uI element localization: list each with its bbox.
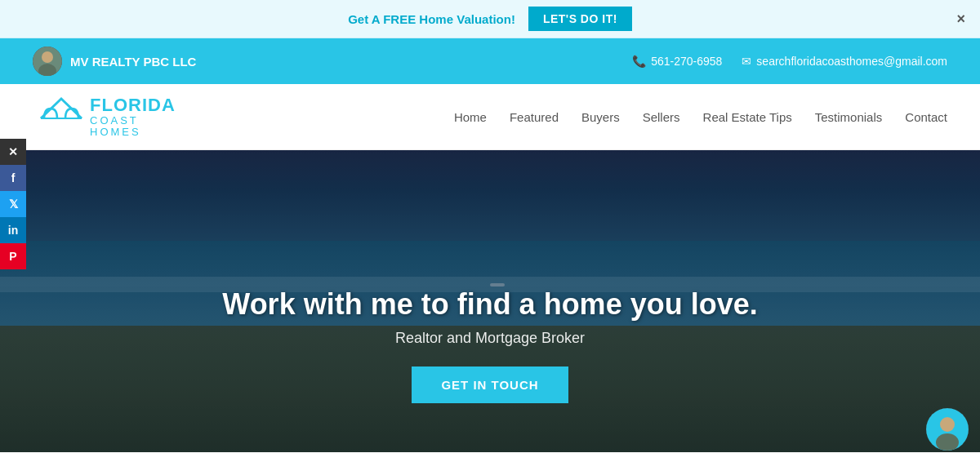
brand-info: MV REALTY PBC LLC — [33, 47, 196, 76]
email-item: ✉ searchfloridacoasthomes@gmail.com — [742, 55, 947, 68]
hero-subheading: Realtor and Mortgage Broker — [204, 330, 776, 347]
svg-point-5 — [940, 417, 955, 432]
contact-bar: MV REALTY PBC LLC 📞 561-270-6958 ✉ searc… — [0, 38, 980, 84]
logo-florida: FLORIDA — [90, 96, 176, 115]
email-icon: ✉ — [742, 55, 751, 68]
nav-contact[interactable]: Contact — [905, 110, 947, 124]
hero-section: Work with me to find a home you love. Re… — [0, 150, 980, 452]
hero-heading: Work with me to find a home you love. — [204, 287, 776, 322]
chat-bubble[interactable] — [926, 408, 969, 451]
svg-point-6 — [936, 433, 959, 451]
nav-bar: FLORIDA COAST HOMES Home Featured Buyers… — [0, 84, 980, 150]
social-sidebar: ✕ f 𝕏 in P — [0, 139, 26, 269]
logo[interactable]: FLORIDA COAST HOMES — [33, 92, 176, 141]
lets-do-it-button[interactable]: LET'S DO IT! — [528, 7, 632, 31]
svg-point-1 — [42, 51, 53, 63]
phone-icon: 📞 — [632, 55, 646, 68]
get-in-touch-button[interactable]: GET IN TOUCH — [412, 366, 568, 403]
logo-homes: HOMES — [90, 127, 176, 138]
nav-testimonials[interactable]: Testimonials — [815, 110, 883, 124]
social-pinterest-button[interactable]: P — [0, 243, 26, 269]
brand-name: MV REALTY PBC LLC — [70, 55, 196, 69]
nav-featured[interactable]: Featured — [510, 110, 559, 124]
logo-coast: COAST — [90, 115, 176, 127]
avatar — [33, 47, 62, 76]
email-address: searchfloridacoasthomes@gmail.com — [756, 55, 947, 68]
nav-buyers[interactable]: Buyers — [581, 110, 620, 124]
hero-content: Work with me to find a home you love. Re… — [204, 287, 776, 403]
main-nav: Home Featured Buyers Sellers Real Estate… — [454, 110, 947, 124]
announcement-close-button[interactable]: × — [956, 11, 965, 28]
contact-details: 📞 561-270-6958 ✉ searchfloridacoasthomes… — [632, 55, 947, 68]
social-twitter-button[interactable]: 𝕏 — [0, 191, 26, 217]
logo-icon — [33, 92, 90, 141]
chat-avatar — [926, 408, 969, 451]
phone-item: 📞 561-270-6958 — [632, 55, 722, 68]
nav-home[interactable]: Home — [454, 110, 487, 124]
announcement-text: Get A FREE Home Valuation! — [348, 12, 515, 26]
announcement-bar: Get A FREE Home Valuation! LET'S DO IT! … — [0, 0, 980, 38]
nav-real-estate-tips[interactable]: Real Estate Tips — [703, 110, 792, 124]
logo-text: FLORIDA COAST HOMES — [90, 96, 176, 139]
social-facebook-button[interactable]: f — [0, 165, 26, 191]
phone-number: 561-270-6958 — [651, 55, 722, 68]
social-linkedin-button[interactable]: in — [0, 217, 26, 243]
social-close-button[interactable]: ✕ — [0, 139, 26, 165]
nav-sellers[interactable]: Sellers — [643, 110, 680, 124]
